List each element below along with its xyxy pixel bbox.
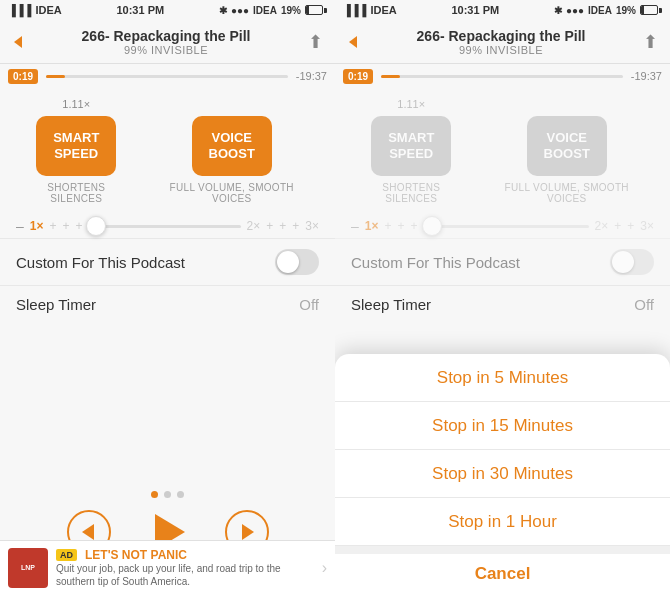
sleep-timer-value-right: Off: [634, 296, 654, 313]
smart-speed-multiplier-right: 1.11×: [397, 98, 425, 110]
spacer-left: [0, 323, 335, 481]
bluetooth-icon: ✱: [219, 5, 227, 16]
smart-speed-button[interactable]: SMART SPEED: [36, 116, 116, 176]
progress-fill-left: [46, 75, 65, 78]
right-panel: ▐▐▐ IDEA 10:31 PM ✱ ●●● IDEA 19% 266- Re…: [335, 0, 670, 594]
elapsed-badge-left: 0:19: [8, 69, 38, 84]
bluetooth-icon-right: ✱: [554, 5, 562, 16]
status-right-left: ✱ ●●● IDEA 19%: [219, 5, 327, 16]
speed-slider-track[interactable]: [89, 225, 241, 228]
smart-speed-card-right: 1.11× SMART SPEED SHORTENS SILENCES: [355, 98, 467, 204]
sleep-timer-label-right: Sleep Timer: [351, 296, 431, 313]
sleep-timer-cancel-button[interactable]: Cancel: [335, 546, 670, 594]
back-chevron-left[interactable]: [12, 38, 24, 46]
battery-pct-left: 19%: [281, 5, 301, 16]
time-left: 10:31 PM: [116, 4, 164, 16]
elapsed-badge-right: 0:19: [343, 69, 373, 84]
wifi-icon: ●●●: [231, 5, 249, 16]
podcast-name-left: 99% INVISIBLE: [24, 44, 308, 56]
voice-boost-multiplier: _: [229, 98, 235, 110]
voice-boost-card: _ VOICE BOOST FULL VOLUME, SMOOTH VOICES: [148, 98, 315, 204]
speed-plus-1: +: [49, 219, 56, 233]
back-chevron-right[interactable]: [347, 38, 359, 46]
progress-track-right[interactable]: [381, 75, 623, 78]
sleep-timer-dropdown: Stop in 5 Minutes Stop in 15 Minutes Sto…: [335, 354, 670, 594]
voice-boost-label-right: FULL VOLUME, SMOOTH VOICES: [483, 182, 650, 204]
voice-boost-button-right[interactable]: VOICE BOOST: [527, 116, 607, 176]
remaining-time-right: -19:37: [631, 70, 662, 82]
speed-plus-3: +: [76, 219, 83, 233]
sleep-timer-menu: Stop in 5 Minutes Stop in 15 Minutes Sto…: [335, 354, 670, 594]
speed-current-right: 1×: [365, 219, 379, 233]
custom-podcast-row-right: Custom For This Podcast: [335, 238, 670, 285]
time-right: 10:31 PM: [451, 4, 499, 16]
speed-decrease-right: –: [351, 218, 359, 234]
battery-icon-right: [640, 5, 662, 15]
status-right-right: ✱ ●●● IDEA 19%: [554, 5, 662, 16]
speed-slider-thumb[interactable]: [86, 216, 106, 236]
speed-section-right: 1.11× SMART SPEED SHORTENS SILENCES _ VO…: [335, 88, 670, 214]
sleep-timer-row-right[interactable]: Sleep Timer Off: [335, 285, 670, 323]
sleep-timer-value-left: Off: [299, 296, 319, 313]
smart-speed-multiplier: 1.11×: [62, 98, 90, 110]
remaining-time-left: -19:37: [296, 70, 327, 82]
status-bar-left: ▐▐▐ IDEA 10:31 PM ✱ ●●● IDEA 19%: [0, 0, 335, 20]
sleep-option-30min[interactable]: Stop in 30 Minutes: [335, 450, 670, 498]
speed-plus-4: +: [266, 219, 273, 233]
status-bar-right: ▐▐▐ IDEA 10:31 PM ✱ ●●● IDEA 19%: [335, 0, 670, 20]
ad-desc-left: Quit your job, pack up your life, and ro…: [56, 562, 314, 588]
battery-icon-left: [305, 5, 327, 15]
ad-text-left: AD LET'S NOT PANIC Quit your job, pack u…: [56, 548, 314, 588]
progress-track-left[interactable]: [46, 75, 288, 78]
status-left: ▐▐▐ IDEA: [8, 4, 62, 16]
sleep-option-5min[interactable]: Stop in 5 Minutes: [335, 354, 670, 402]
speed-slider-track-right: [424, 225, 589, 228]
share-button-right[interactable]: ⬆: [643, 31, 658, 53]
page-dots-left: [0, 481, 335, 502]
smart-speed-label: SHORTENS SILENCES: [20, 182, 132, 204]
signal-bars-icon-right: ▐▐▐: [343, 4, 366, 16]
episode-title-left: 266- Repackaging the Pill: [24, 28, 308, 44]
speed-3x-mark: 3×: [305, 219, 319, 233]
sleep-option-15min[interactable]: Stop in 15 Minutes: [335, 402, 670, 450]
ad-banner-left[interactable]: LNP AD LET'S NOT PANIC Quit your job, pa…: [0, 540, 335, 594]
speed-plus-2: +: [63, 219, 70, 233]
header-title-left: 266- Repackaging the Pill 99% INVISIBLE: [24, 28, 308, 56]
sleep-timer-row-left[interactable]: Sleep Timer Off: [0, 285, 335, 323]
carrier-right: IDEA: [370, 4, 396, 16]
left-panel: ▐▐▐ IDEA 10:31 PM ✱ ●●● IDEA 19% 266- Re…: [0, 0, 335, 594]
ad-title-left: LET'S NOT PANIC: [85, 548, 187, 562]
ad-badge-left: AD: [56, 549, 77, 561]
custom-podcast-row: Custom For This Podcast: [0, 238, 335, 285]
ad-chevron-icon-left: ›: [322, 559, 327, 577]
speed-plus-6: +: [292, 219, 299, 233]
wifi-icon-right: ●●●: [566, 5, 584, 16]
progress-row-right: 0:19 -19:37: [335, 64, 670, 88]
header-left: 266- Repackaging the Pill 99% INVISIBLE …: [0, 20, 335, 64]
sleep-option-1hour[interactable]: Stop in 1 Hour: [335, 498, 670, 546]
header-right: 266- Repackaging the Pill 99% INVISIBLE …: [335, 20, 670, 64]
progress-row-left: 0:19 -19:37: [0, 64, 335, 88]
header-title-right: 266- Repackaging the Pill 99% INVISIBLE: [359, 28, 643, 56]
battery-pct-right: 19%: [616, 5, 636, 16]
custom-podcast-label-right: Custom For This Podcast: [351, 254, 520, 271]
speed-slider-row-right: – 1× + + + 2× + + 3×: [335, 214, 670, 238]
custom-podcast-toggle-right: [610, 249, 654, 275]
smart-speed-button-right[interactable]: SMART SPEED: [371, 116, 451, 176]
share-button-left[interactable]: ⬆: [308, 31, 323, 53]
podcast-name-right: 99% INVISIBLE: [359, 44, 643, 56]
progress-fill-right: [381, 75, 400, 78]
carrier-left: IDEA: [35, 4, 61, 16]
ad-thumbnail-left: LNP: [8, 548, 48, 588]
toggle-knob: [277, 251, 299, 273]
dot-2: [164, 491, 171, 498]
smart-speed-label-right: SHORTENS SILENCES: [355, 182, 467, 204]
sleep-timer-label-left: Sleep Timer: [16, 296, 96, 313]
voice-boost-button[interactable]: VOICE BOOST: [192, 116, 272, 176]
custom-podcast-toggle[interactable]: [275, 249, 319, 275]
speed-2x-mark: 2×: [247, 219, 261, 233]
carrier-right2: IDEA: [588, 5, 612, 16]
custom-podcast-label: Custom For This Podcast: [16, 254, 185, 271]
speed-decrease-button[interactable]: –: [16, 218, 24, 234]
dot-3: [177, 491, 184, 498]
